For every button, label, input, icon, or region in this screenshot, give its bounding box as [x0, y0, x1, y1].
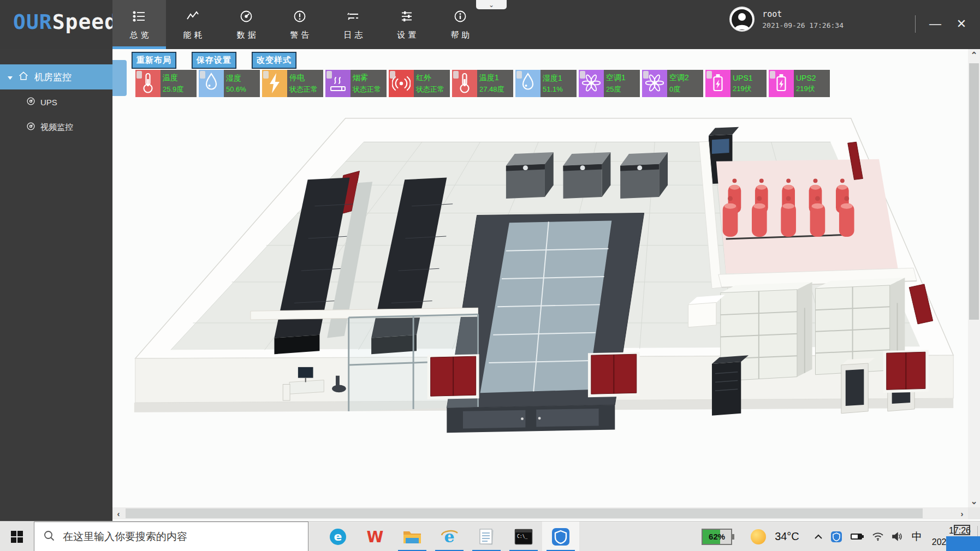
tab-settings[interactable]: 设置 [380, 0, 433, 49]
wps-office-icon[interactable]: W [357, 522, 394, 551]
fan-icon [579, 70, 604, 97]
gauge-icon [239, 9, 253, 26]
search-icon [43, 530, 55, 544]
sensor-badge-infrared[interactable]: 红外状态正常 [389, 70, 450, 97]
sidebar-group-room-monitoring[interactable]: 机房监控 [0, 64, 112, 89]
tab-label: 能耗 [183, 30, 205, 40]
room-3d-view[interactable] [124, 112, 963, 446]
window-controls-divider [915, 15, 916, 33]
window-outline-icon [954, 525, 970, 535]
user-name: root [762, 9, 844, 19]
main-content: 重新布局 保存设置 改变样式 温度25.9度 湿度50.6% 停电状态正常 烟雾… [112, 49, 980, 521]
sensor-badge-temperature1[interactable]: 温度127.48度 [452, 70, 513, 97]
internet-explorer-icon[interactable]: e [431, 522, 468, 551]
browser-e-icon[interactable]: e [319, 522, 357, 551]
sidebar-item-video-monitoring[interactable]: 视频监控 [0, 115, 112, 140]
water-drop-icon [515, 70, 541, 97]
sensor-badge-ups1[interactable]: UPS1219伏 [705, 70, 767, 97]
collapse-panel-button[interactable]: ⌄ [476, 0, 507, 9]
relayout-button[interactable]: 重新布局 [132, 52, 176, 68]
user-info: root 2021-09-26 17:26:34 [762, 9, 844, 29]
weather-sun-icon[interactable] [751, 529, 766, 544]
sensor-badge-ac2[interactable]: 空调20度 [642, 70, 703, 97]
vertical-scrollbar[interactable]: ⌃ ⌄ [968, 49, 980, 507]
tray-expand-chevron-icon[interactable] [814, 534, 823, 540]
scroll-down-icon[interactable]: ⌄ [968, 495, 980, 507]
sensor-value: 25度 [606, 85, 640, 94]
sensor-panel: 停电状态正常 [287, 70, 323, 97]
tab-alert[interactable]: 警告 [273, 0, 326, 49]
tab-label: 数据 [237, 30, 259, 40]
tab-data[interactable]: 数据 [219, 0, 273, 49]
sensor-value: 51.1% [543, 85, 577, 93]
sensor-badge-ac1[interactable]: 空调125度 [579, 70, 640, 97]
battery-percent-label: 62% [709, 532, 725, 541]
wifi-icon[interactable] [872, 532, 884, 541]
svg-text:e: e [334, 530, 342, 543]
windows-taskbar: 在这里输入你要搜索的内容 e W e C:\_ 62% 34°C [0, 521, 980, 551]
notepad-icon[interactable] [468, 522, 505, 551]
sensor-badge-partial [112, 60, 127, 96]
lightning-icon [262, 70, 287, 97]
start-button[interactable] [0, 522, 34, 551]
sensor-badge-humidity1[interactable]: 湿度151.1% [515, 70, 577, 97]
sensor-panel: 湿度50.6% [224, 70, 260, 97]
minimize-icon: — [929, 17, 941, 31]
sensor-badge-humidity[interactable]: 湿度50.6% [199, 70, 260, 97]
sensor-badge-power-failure[interactable]: 停电状态正常 [262, 70, 323, 97]
sensor-value: 25.9度 [163, 85, 197, 94]
sensor-badge-ups2[interactable]: UPS2219伏 [769, 70, 830, 97]
scroll-left-icon[interactable]: ‹ [112, 507, 124, 519]
tray-shield-icon[interactable] [830, 531, 842, 543]
horizontal-scroll-thumb[interactable] [126, 508, 923, 518]
sensor-tag [453, 71, 459, 79]
change-style-button[interactable]: 改变样式 [252, 52, 296, 68]
chevron-down-icon: ⌄ [489, 2, 494, 8]
tab-overview[interactable]: 总览 [112, 0, 166, 49]
caret-down-icon [8, 71, 13, 82]
scroll-right-icon[interactable]: › [956, 507, 968, 519]
command-prompt-icon[interactable]: C:\_ [505, 522, 542, 551]
monitoring-app-icon[interactable] [542, 522, 579, 551]
sensor-value: 27.48度 [479, 85, 513, 94]
sensor-tag [706, 71, 712, 79]
title-bar: OURSpeed 总览 能耗 数据 警告 日志 设置 帮助 [0, 0, 980, 49]
scroll-up-icon[interactable]: ⌃ [968, 49, 980, 61]
sensor-value: 状态正常 [289, 85, 323, 94]
sensor-tag [390, 71, 395, 79]
log-icon [346, 9, 360, 26]
sensor-label: UPS1 [733, 74, 767, 82]
ime-indicator[interactable]: 中 [912, 530, 922, 544]
sensor-value: 0度 [669, 85, 703, 94]
battery-percent-indicator[interactable]: 62% [702, 529, 732, 545]
taskbar-search[interactable]: 在这里输入你要搜索的内容 [34, 522, 308, 551]
search-placeholder: 在这里输入你要搜索的内容 [63, 530, 187, 544]
minimize-button[interactable]: — [924, 13, 946, 35]
sensor-tag [516, 71, 522, 79]
tab-label: 日志 [344, 30, 366, 40]
sensor-badge-temperature[interactable]: 温度25.9度 [135, 70, 197, 97]
avatar[interactable] [729, 7, 755, 32]
sensor-panel: 温度127.48度 [477, 70, 513, 97]
speaker-icon[interactable] [892, 532, 902, 541]
sliders-icon [400, 9, 414, 26]
weather-temp-label[interactable]: 34°C [775, 530, 799, 543]
water-drop-icon [199, 70, 224, 97]
vertical-scroll-thumb[interactable] [969, 63, 979, 320]
close-button[interactable]: ✕ [951, 13, 972, 35]
tab-log[interactable]: 日志 [326, 0, 380, 49]
file-explorer-icon[interactable] [394, 522, 431, 551]
info-icon [453, 9, 467, 26]
tray-battery-icon[interactable] [850, 532, 864, 541]
horizontal-scrollbar[interactable]: ‹ › [112, 507, 968, 519]
save-settings-button[interactable]: 保存设置 [192, 52, 236, 68]
sensor-panel: 空调125度 [604, 70, 640, 97]
sensor-value: 50.6% [226, 85, 260, 93]
sidebar-item-ups[interactable]: UPS [0, 89, 112, 115]
sensor-panel: UPS1219伏 [730, 70, 767, 97]
tab-energy[interactable]: 能耗 [166, 0, 219, 49]
logo-speed: Speed [52, 10, 117, 34]
sidebar: 机房监控 UPS 视频监控 [0, 49, 112, 521]
scrollbar-corner [968, 507, 980, 519]
sensor-badge-smoke[interactable]: 烟雾状态正常 [325, 70, 387, 97]
